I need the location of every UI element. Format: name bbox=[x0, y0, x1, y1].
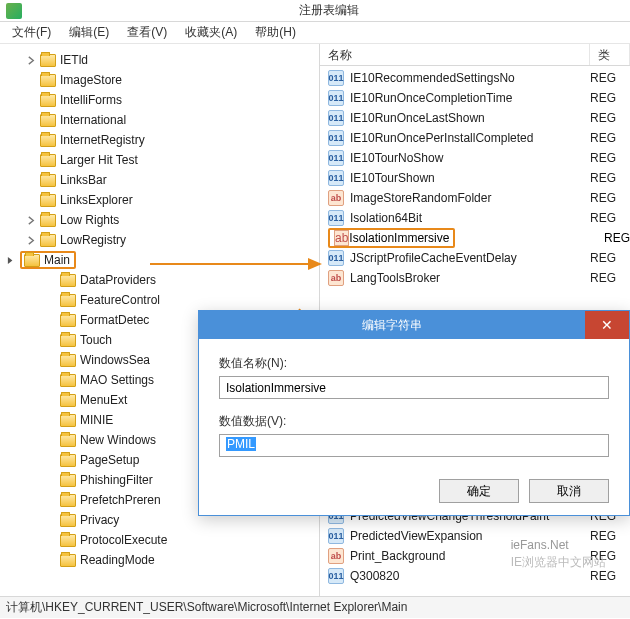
list-row[interactable]: 011PredictedViewExpansionREG bbox=[320, 526, 630, 546]
menu-edit[interactable]: 编辑(E) bbox=[61, 22, 117, 43]
titlebar: 注册表编辑 bbox=[0, 0, 630, 22]
list-row[interactable]: abIsolationImmersiveREG bbox=[320, 228, 630, 248]
tree-node[interactable]: LinksBar bbox=[40, 170, 319, 190]
tree-node[interactable]: International bbox=[40, 110, 319, 130]
tree-node[interactable]: LowRegistry bbox=[40, 230, 319, 250]
tree-node-main[interactable]: Main bbox=[20, 250, 319, 270]
folder-icon bbox=[60, 454, 76, 467]
row-type: REG bbox=[590, 529, 630, 543]
expand-icon[interactable] bbox=[6, 255, 17, 266]
tree-node[interactable]: Larger Hit Test bbox=[40, 150, 319, 170]
folder-icon bbox=[40, 94, 56, 107]
tree-node[interactable]: ImageStore bbox=[40, 70, 319, 90]
tree-node[interactable]: ReadingMode bbox=[60, 550, 319, 570]
statusbar: 计算机\HKEY_CURRENT_USER\Software\Microsoft… bbox=[0, 596, 630, 618]
binary-icon: 011 bbox=[328, 130, 344, 146]
tree-label: Low Rights bbox=[60, 213, 119, 227]
tree-node[interactable]: Low Rights bbox=[40, 210, 319, 230]
tree-label: WindowsSea bbox=[80, 353, 150, 367]
tree-label: LinksExplorer bbox=[60, 193, 133, 207]
folder-icon bbox=[60, 394, 76, 407]
binary-icon: 011 bbox=[328, 110, 344, 126]
folder-icon bbox=[40, 114, 56, 127]
list-row[interactable]: 011Isolation64BitREG bbox=[320, 208, 630, 228]
tree-label: MAO Settings bbox=[80, 373, 154, 387]
row-name: Isolation64Bit bbox=[350, 211, 590, 225]
list-row[interactable]: 011JScriptProfileCacheEventDelayREG bbox=[320, 248, 630, 268]
list-row[interactable]: 011IE10RunOnceLastShownREG bbox=[320, 108, 630, 128]
tree-label: ReadingMode bbox=[80, 553, 155, 567]
folder-icon bbox=[60, 514, 76, 527]
expand-icon[interactable] bbox=[26, 55, 37, 66]
tree-node[interactable]: InternetRegistry bbox=[40, 130, 319, 150]
folder-icon bbox=[60, 314, 76, 327]
dialog-titlebar[interactable]: 编辑字符串 ✕ bbox=[199, 311, 629, 339]
folder-icon bbox=[40, 234, 56, 247]
tree-node[interactable]: DataProviders bbox=[60, 270, 319, 290]
ok-button[interactable]: 确定 bbox=[439, 479, 519, 503]
row-name: IsolationImmersive bbox=[349, 231, 449, 245]
menu-help[interactable]: 帮助(H) bbox=[247, 22, 304, 43]
tree-label: Larger Hit Test bbox=[60, 153, 138, 167]
row-name: IE10RunOncePerInstallCompleted bbox=[350, 131, 590, 145]
cancel-button[interactable]: 取消 bbox=[529, 479, 609, 503]
tree-label: MenuExt bbox=[80, 393, 127, 407]
tree-label: LinksBar bbox=[60, 173, 107, 187]
menubar: 文件(F) 编辑(E) 查看(V) 收藏夹(A) 帮助(H) bbox=[0, 22, 630, 44]
binary-icon: 011 bbox=[328, 210, 344, 226]
app-icon bbox=[6, 3, 22, 19]
menu-view[interactable]: 查看(V) bbox=[119, 22, 175, 43]
row-type: REG bbox=[590, 171, 630, 185]
folder-icon bbox=[60, 274, 76, 287]
folder-icon bbox=[60, 434, 76, 447]
folder-icon bbox=[40, 174, 56, 187]
row-type: REG bbox=[590, 71, 630, 85]
tree-label: ProtocolExecute bbox=[80, 533, 167, 547]
data-field[interactable]: PMIL bbox=[219, 434, 609, 457]
col-type[interactable]: 类 bbox=[590, 44, 630, 65]
tree-node[interactable]: LinksExplorer bbox=[40, 190, 319, 210]
tree-node[interactable]: IntelliForms bbox=[40, 90, 319, 110]
list-row[interactable]: 011Q300820REG bbox=[320, 566, 630, 586]
row-name: PredictedViewExpansion bbox=[350, 529, 590, 543]
expand-icon[interactable] bbox=[26, 235, 37, 246]
row-name: LangToolsBroker bbox=[350, 271, 590, 285]
binary-icon: 011 bbox=[328, 150, 344, 166]
menu-file[interactable]: 文件(F) bbox=[4, 22, 59, 43]
string-icon: ab bbox=[328, 548, 344, 564]
row-type: REG bbox=[590, 549, 630, 563]
string-icon: ab bbox=[328, 270, 344, 286]
name-field[interactable] bbox=[219, 376, 609, 399]
row-type: REG bbox=[590, 569, 630, 583]
tree-label: PhishingFilter bbox=[80, 473, 153, 487]
list-row[interactable]: 011IE10RunOnceCompletionTimeREG bbox=[320, 88, 630, 108]
tree-label: DataProviders bbox=[80, 273, 156, 287]
tree-node[interactable]: FeatureControl bbox=[60, 290, 319, 310]
tree-label: Main bbox=[44, 253, 70, 267]
list-row[interactable]: abLangToolsBrokerREG bbox=[320, 268, 630, 288]
folder-icon bbox=[60, 414, 76, 427]
col-name[interactable]: 名称 bbox=[320, 44, 590, 65]
tree-node[interactable]: ProtocolExecute bbox=[60, 530, 319, 550]
expand-icon[interactable] bbox=[26, 215, 37, 226]
menu-fav[interactable]: 收藏夹(A) bbox=[177, 22, 245, 43]
list-row[interactable]: 011IE10RunOncePerInstallCompletedREG bbox=[320, 128, 630, 148]
row-name: JScriptProfileCacheEventDelay bbox=[350, 251, 590, 265]
folder-icon bbox=[60, 474, 76, 487]
list-row[interactable]: 011IE10TourShownREG bbox=[320, 168, 630, 188]
close-icon[interactable]: ✕ bbox=[585, 311, 629, 339]
list-header: 名称 类 bbox=[320, 44, 630, 66]
tree-label: IntelliForms bbox=[60, 93, 122, 107]
tree-node[interactable]: IETld bbox=[40, 50, 319, 70]
dialog-title: 编辑字符串 bbox=[199, 317, 585, 334]
list-row[interactable]: 011IE10RecommendedSettingsNoREG bbox=[320, 68, 630, 88]
row-name: ImageStoreRandomFolder bbox=[350, 191, 590, 205]
list-row[interactable]: abImageStoreRandomFolderREG bbox=[320, 188, 630, 208]
row-type: REG bbox=[590, 211, 630, 225]
folder-icon bbox=[60, 354, 76, 367]
list-row[interactable]: 011IE10TourNoShowREG bbox=[320, 148, 630, 168]
row-name: IE10TourShown bbox=[350, 171, 590, 185]
list-row[interactable]: abPrint_BackgroundREG bbox=[320, 546, 630, 566]
string-icon: ab bbox=[328, 190, 344, 206]
folder-icon bbox=[60, 554, 76, 567]
